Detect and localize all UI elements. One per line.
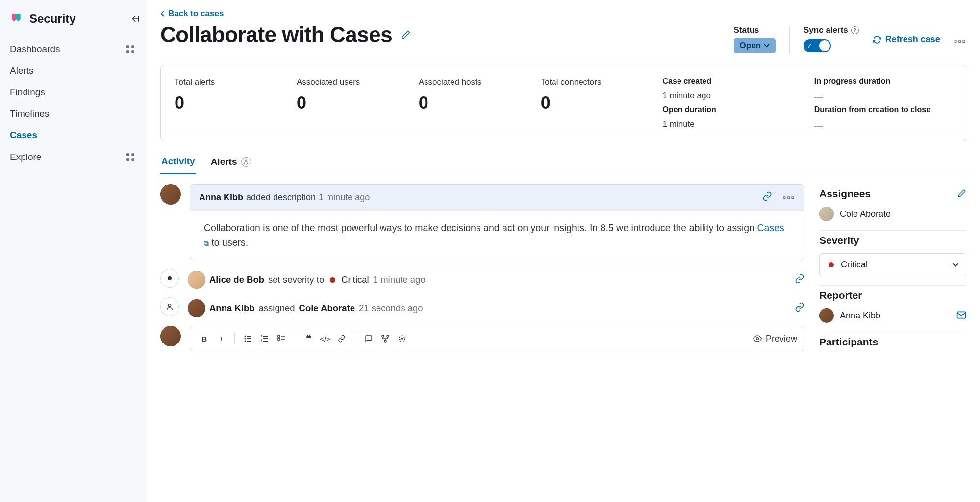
status-dropdown[interactable]: Open <box>734 38 776 53</box>
sidebar-item-alerts[interactable]: Alerts <box>0 60 147 81</box>
severity-text: Critical <box>341 274 369 285</box>
divider <box>789 27 790 53</box>
stat-meta-col-2: In progress duration Duration from creat… <box>814 77 952 129</box>
quote-icon[interactable]: ❝ <box>301 331 316 346</box>
page-header: Collaborate with Cases Status Open Sync … <box>160 23 966 53</box>
mail-icon[interactable] <box>956 310 966 321</box>
link-icon[interactable] <box>795 274 804 286</box>
svg-rect-10 <box>247 336 251 337</box>
more-icon[interactable]: ▫▫▫ <box>783 192 795 203</box>
svg-rect-4 <box>126 153 129 156</box>
sidebar-item-dashboards[interactable]: Dashboards <box>0 38 147 60</box>
status-value: Open <box>740 41 761 51</box>
description-body: Collaboration is one of the most powerfu… <box>190 211 804 260</box>
section-title: Severity <box>819 235 859 246</box>
meta-label: Open duration <box>663 106 791 114</box>
card-header: Anna Kibb added description 1 minute ago… <box>190 185 804 211</box>
beaker-icon <box>241 157 251 167</box>
lens-icon[interactable] <box>395 331 409 346</box>
svg-point-27 <box>756 338 759 340</box>
svg-rect-5 <box>131 153 134 156</box>
sidebar-item-timelines[interactable]: Timelines <box>0 103 147 125</box>
section-title: Participants <box>819 336 878 348</box>
content-row: Anna Kibb added description 1 minute ago… <box>160 184 966 364</box>
app-title: Security <box>29 12 76 26</box>
stat-value: 0 <box>419 93 517 113</box>
action-text: set severity to <box>268 274 324 285</box>
participants-section: Participants <box>819 332 966 364</box>
italic-icon[interactable]: I <box>214 331 228 346</box>
tab-label: Alerts <box>211 157 237 167</box>
right-panel: Assignees Cole Aborate Severity Critical <box>819 184 966 364</box>
meta-label: Case created <box>663 77 791 86</box>
svg-rect-21 <box>278 335 280 337</box>
sidebar-item-explore[interactable]: Explore <box>0 146 147 168</box>
activity-item: Anna Kibb assigned Cole Aborate 21 secon… <box>160 297 804 317</box>
sidebar-header: Security <box>0 8 147 36</box>
reporter-name: Anna Kibb <box>840 311 880 321</box>
code-icon[interactable]: </> <box>318 331 332 346</box>
action-text: added description <box>246 192 316 203</box>
stats-panel: Total alerts 0 Associated users 0 Associ… <box>160 65 966 141</box>
external-link-icon: ⧉ <box>204 239 209 247</box>
avatar <box>160 326 181 346</box>
stat-value: 0 <box>297 93 395 113</box>
edit-title-icon[interactable] <box>401 30 411 40</box>
avatar <box>160 184 181 205</box>
bold-icon[interactable]: B <box>197 331 212 346</box>
meta-value <box>814 119 952 129</box>
activity-feed: Anna Kibb added description 1 minute ago… <box>160 184 804 364</box>
sync-toggle[interactable]: ✓ <box>804 39 831 52</box>
help-icon[interactable]: ? <box>851 26 859 34</box>
tab-label: Activity <box>161 156 195 167</box>
preview-label: Preview <box>766 334 797 344</box>
section-title: Assignees <box>819 188 871 200</box>
svg-text:3: 3 <box>261 340 263 343</box>
stat-associated-users: Associated users 0 <box>297 77 395 129</box>
checklist-icon[interactable] <box>274 331 289 346</box>
avatar <box>188 299 205 317</box>
bullet-list-icon[interactable] <box>241 331 255 346</box>
page-title: Collaborate with Cases <box>160 23 392 47</box>
sidebar-item-cases[interactable]: Cases <box>0 125 147 146</box>
collapse-sidebar-icon[interactable] <box>131 14 141 25</box>
svg-rect-0 <box>126 45 129 48</box>
tabs: Activity Alerts <box>160 152 966 174</box>
preview-button[interactable]: Preview <box>753 334 797 344</box>
stat-value: 0 <box>541 93 639 113</box>
sidebar: Security Dashboards Alerts Findings Time… <box>0 0 147 502</box>
separator <box>355 333 355 344</box>
stat-label: Total connectors <box>541 77 639 88</box>
assignee-row: Cole Aborate <box>819 207 966 221</box>
severity-select[interactable]: Critical <box>819 253 966 276</box>
dash-icon <box>814 97 823 99</box>
assignee-name: Cole Aborate <box>840 209 891 219</box>
comment-editor[interactable]: B I 123 ❝ </> <box>190 326 804 351</box>
separator <box>234 333 235 344</box>
author-name: Alice de Bob <box>209 274 264 285</box>
stat-total-alerts: Total alerts 0 <box>175 77 273 129</box>
reporter-section: Reporter Anna Kibb <box>819 286 966 332</box>
meta-label: In progress duration <box>814 77 952 86</box>
tab-alerts[interactable]: Alerts <box>210 152 252 174</box>
link-icon[interactable] <box>334 331 349 346</box>
edit-assignees-icon[interactable] <box>957 189 966 199</box>
comment-icon[interactable] <box>361 331 376 346</box>
numbered-list-icon[interactable]: 123 <box>257 331 272 346</box>
link-icon[interactable] <box>795 302 804 315</box>
status-block: Status Open <box>734 26 776 53</box>
meta-value: 1 minute ago <box>663 91 791 101</box>
meta-value <box>814 91 952 101</box>
more-actions-icon[interactable]: ▫▫▫ <box>954 26 966 47</box>
back-link[interactable]: Back to cases <box>160 9 224 19</box>
refresh-button[interactable]: Refresh case <box>873 26 940 45</box>
link-icon[interactable] <box>762 191 772 204</box>
sidebar-item-findings[interactable]: Findings <box>0 81 147 103</box>
sidebar-item-label: Explore <box>10 152 41 162</box>
back-link-label: Back to cases <box>168 9 224 19</box>
stat-total-connectors: Total connectors 0 <box>541 77 639 129</box>
tab-activity[interactable]: Activity <box>160 152 196 174</box>
activity-line: Alice de Bob set severity to Critical 1 … <box>188 269 804 289</box>
tree-icon[interactable] <box>378 331 393 346</box>
svg-rect-1 <box>131 45 134 48</box>
